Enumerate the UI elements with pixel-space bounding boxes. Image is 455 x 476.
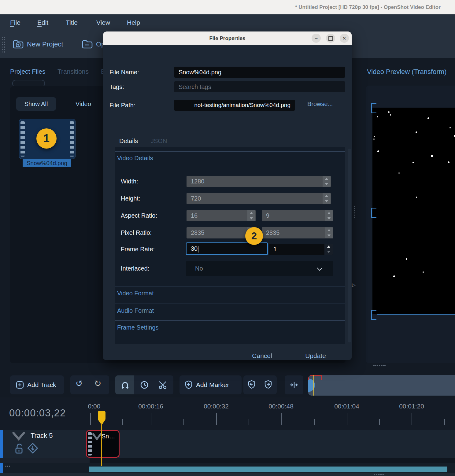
dialog-titlebar[interactable]: File Properties – ✕ <box>103 31 352 45</box>
transform-edge-bottom[interactable] <box>377 314 455 315</box>
track-name: Track 5 <box>31 432 53 440</box>
visible-region-indicator <box>308 375 322 380</box>
transform-handle-top-left[interactable] <box>371 103 376 113</box>
menu-view[interactable]: View <box>96 14 110 31</box>
filter-video[interactable]: Video <box>76 97 91 111</box>
snow-particle <box>377 150 379 152</box>
film-strip-icon <box>20 121 25 157</box>
timeline-clip[interactable]: Sn… <box>86 430 120 458</box>
next-marker-icon[interactable] <box>264 380 272 389</box>
snow-particle <box>431 155 433 157</box>
pixel-y-value: 2835 <box>266 229 280 236</box>
tags-input[interactable]: Search tags <box>174 81 345 92</box>
add-marker-button[interactable]: Add Marker <box>179 375 242 394</box>
spinner-buttons <box>323 193 331 204</box>
dialog-scrollbar[interactable] <box>348 149 351 342</box>
spinner-buttons <box>325 210 333 221</box>
track-collapse-chevron-icon[interactable] <box>12 431 26 441</box>
preview-video[interactable] <box>372 108 455 314</box>
center-playhead-button[interactable] <box>285 375 303 394</box>
menu-help[interactable]: Help <box>127 14 140 31</box>
playhead-timecode: 00:00:03,22 <box>9 407 66 419</box>
scissors-icon[interactable] <box>158 380 168 389</box>
undo-icon[interactable]: ↺ <box>76 378 83 389</box>
file-name-input[interactable]: Snow%04d.png <box>174 67 345 78</box>
aspect-y-value: 9 <box>266 212 269 219</box>
cancel-button[interactable]: Cancel <box>247 350 277 362</box>
filter-show-all[interactable]: Show All <box>16 97 56 111</box>
transform-handle-mid-left[interactable] <box>371 208 376 218</box>
undo-redo-group: ↺ ↻ <box>70 375 109 394</box>
open-project-icon <box>81 39 93 50</box>
previous-marker-icon[interactable] <box>247 380 256 389</box>
track-gap <box>90 458 455 463</box>
file-path-input[interactable]: not-testing/animation/Snow%04d.png <box>174 100 295 111</box>
interlaced-dropdown[interactable]: No <box>186 261 333 276</box>
snow-particle <box>373 138 375 140</box>
divider <box>115 151 345 152</box>
frame-settings-section[interactable]: Frame Settings <box>117 324 159 331</box>
video-details-heading: Video Details <box>117 155 153 162</box>
menu-title[interactable]: Title <box>66 14 78 31</box>
browse-button[interactable]: Browse... <box>307 101 333 108</box>
aspect-ratio-label: Aspect Ratio: <box>121 210 157 221</box>
chevron-down-icon <box>317 265 322 271</box>
timeline-ruler[interactable]: 00:00:03,22 0:00 00:00:16 00:00:32 00:00… <box>0 397 455 430</box>
timeline-horizontal-scrollbar[interactable] <box>89 467 447 472</box>
ruler-tick <box>216 413 217 425</box>
add-track-button[interactable]: Add Track <box>10 375 64 394</box>
panel-resize-handle-icon[interactable] <box>373 365 386 367</box>
spinner-buttons <box>247 210 255 221</box>
frame-rate-denominator-spinbox[interactable]: 1 <box>269 244 333 255</box>
timeline-zoom-widget[interactable] <box>308 375 455 396</box>
tab-project-files[interactable]: Project Files <box>10 68 46 75</box>
height-label: Height: <box>121 193 140 204</box>
width-spinbox: 1280 <box>187 176 331 187</box>
ruler-label: 00:00:48 <box>268 403 294 410</box>
spinner-buttons[interactable] <box>324 244 333 255</box>
video-format-section[interactable]: Video Format <box>117 290 154 297</box>
unlock-icon[interactable] <box>14 442 25 456</box>
maximize-button[interactable] <box>326 34 335 43</box>
menu-edit[interactable]: Edit <box>37 14 48 31</box>
ruler-tick-minor <box>183 419 184 425</box>
toolbar-grip-icon[interactable] <box>1 36 6 53</box>
close-button[interactable]: ✕ <box>340 34 349 43</box>
width-label: Width: <box>121 176 138 187</box>
new-project-icon <box>12 39 24 50</box>
track-fade-diamond-icon[interactable] <box>26 441 40 456</box>
playhead-line <box>101 423 102 466</box>
transform-edge-top[interactable] <box>377 107 455 107</box>
interlaced-label: Interlaced: <box>121 263 149 274</box>
minimize-button[interactable]: – <box>312 34 321 43</box>
playhead-handle[interactable] <box>98 411 105 420</box>
magnet-icon[interactable] <box>120 380 130 390</box>
update-button[interactable]: Update <box>299 350 332 362</box>
file-name-label[interactable]: Snow%04d.png <box>23 159 71 167</box>
divider <box>115 286 345 286</box>
new-project-button[interactable]: New Project <box>12 36 63 53</box>
new-project-label: New Project <box>27 40 63 48</box>
transform-handle-bottom-left[interactable] <box>371 310 376 320</box>
ruler-tick-minor <box>379 419 380 425</box>
ruler-label: 00:00:32 <box>204 403 229 410</box>
spinner-buttons <box>323 176 331 187</box>
bottom-resize-handle-icon[interactable] <box>374 474 385 475</box>
zoom-playhead-line <box>313 375 314 396</box>
tab-details[interactable]: Details <box>119 138 138 145</box>
menu-file[interactable]: File <box>10 14 20 31</box>
redo-icon[interactable]: ↻ <box>94 378 101 389</box>
snow-particle <box>377 116 378 117</box>
splitter-grip-icon[interactable] <box>353 205 355 218</box>
aspect-x-value: 16 <box>191 212 198 219</box>
maximize-icon <box>328 36 333 41</box>
audio-format-section[interactable]: Audio Format <box>117 307 154 314</box>
snow-particle <box>427 117 429 119</box>
clock-icon[interactable] <box>140 380 149 389</box>
tab-json[interactable]: JSON <box>151 138 167 145</box>
tab-transitions[interactable]: Transitions <box>57 68 89 75</box>
file-path-field-label: File Path: <box>109 100 135 111</box>
add-track-label: Add Track <box>27 381 56 389</box>
clip-transform-chevron-icon <box>92 433 102 441</box>
annotation-badge-1: 1 <box>36 128 57 149</box>
